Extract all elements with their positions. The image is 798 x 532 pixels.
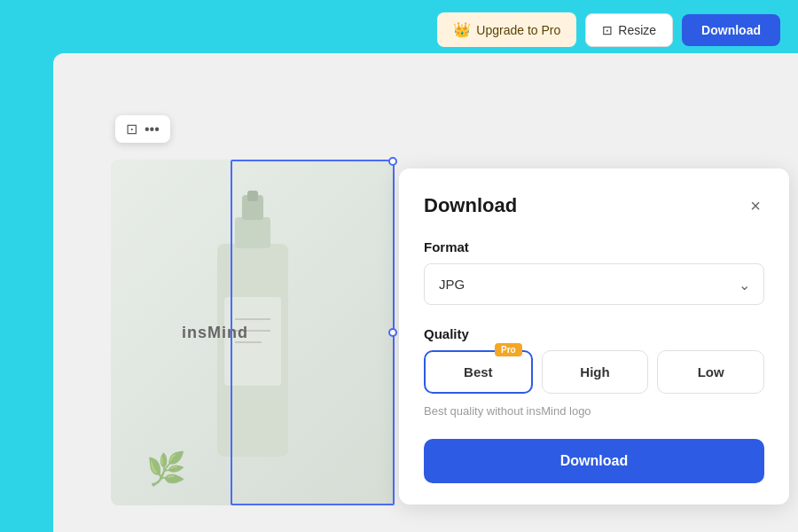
svg-rect-3 <box>247 191 258 201</box>
format-selector-wrapper: JPG PNG WEBP PDF ⌄ <box>424 263 764 305</box>
download-button[interactable]: Download <box>424 439 764 483</box>
upgrade-button[interactable]: 👑 Upgrade to Pro <box>437 12 576 47</box>
svg-rect-1 <box>235 217 270 248</box>
plant-decoration: 🌿 <box>146 450 186 488</box>
panel-title: Download <box>424 194 517 217</box>
quality-low-label: Low <box>698 364 724 379</box>
crop-icon[interactable]: ⊡ <box>126 121 137 137</box>
quality-best-button[interactable]: Pro Best <box>424 350 533 394</box>
close-button[interactable]: × <box>747 193 764 218</box>
resize-icon: ⊡ <box>602 23 613 37</box>
download-panel: Download × Format JPG PNG WEBP PDF ⌄ Qua… <box>399 168 789 505</box>
canvas-toolbar: ⊡ ••• <box>115 115 170 143</box>
quality-low-button[interactable]: Low <box>657 350 764 394</box>
resize-button[interactable]: ⊡ Resize <box>585 13 673 47</box>
crown-icon: 👑 <box>453 21 471 38</box>
panel-header: Download × <box>424 193 764 218</box>
upgrade-label: Upgrade to Pro <box>476 23 560 37</box>
quality-high-button[interactable]: High <box>542 350 649 394</box>
toolbar: 👑 Upgrade to Pro ⊡ Resize Download <box>437 12 780 47</box>
resize-label: Resize <box>618 23 656 37</box>
quality-label: Quality <box>424 326 764 341</box>
quality-buttons-group: Pro Best High Low <box>424 350 764 394</box>
product-canvas: insMind 🌿 <box>111 160 395 505</box>
format-select[interactable]: JPG PNG WEBP PDF <box>424 263 764 305</box>
bottle-background: insMind 🌿 <box>111 160 395 505</box>
editor-container: ⊡ ••• insMind 🌿 <box>53 53 798 532</box>
format-label: Format <box>424 239 764 254</box>
brand-text: insMind <box>182 324 248 342</box>
header-download-button[interactable]: Download <box>682 14 780 46</box>
more-options-icon[interactable]: ••• <box>145 121 160 137</box>
pro-badge: Pro <box>495 343 522 356</box>
quality-hint: Best quality without insMind logo <box>424 404 764 418</box>
quality-high-label: High <box>580 364 609 379</box>
quality-best-label: Best <box>464 364 493 379</box>
